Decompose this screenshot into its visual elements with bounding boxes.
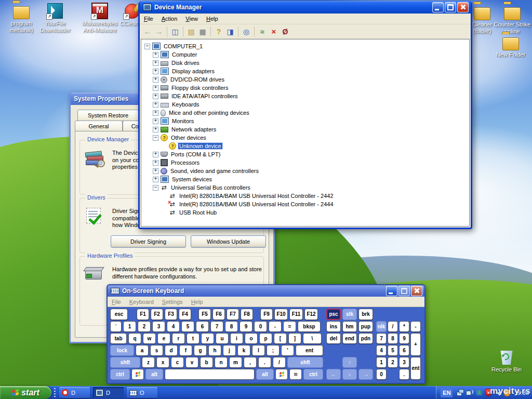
osk-menu-file[interactable]: File [108, 297, 125, 306]
key-w[interactable]: w [143, 333, 156, 344]
tree-item-computer[interactable]: +Computer [141, 50, 469, 59]
tree-item-floppy-disk-controllers[interactable]: +Floppy disk controllers [141, 84, 469, 92]
key-f4[interactable]: F4 [179, 309, 191, 320]
key-num-3[interactable]: 3 [399, 357, 409, 368]
tree-item-mice-and-other-pointing-devices[interactable]: +Mice and other pointing devices [141, 109, 469, 117]
properties-icon[interactable]: ▤ [185, 26, 197, 37]
key-f11[interactable]: F11 [289, 309, 303, 320]
key-g[interactable]: g [194, 345, 207, 356]
key-i[interactable]: i [230, 333, 243, 344]
key-esc[interactable]: esc [110, 309, 128, 320]
key-blank[interactable]: / [273, 357, 286, 368]
key-num-blank[interactable]: - [410, 321, 421, 332]
start-button[interactable]: start [0, 386, 51, 399]
network-icon[interactable] [457, 389, 464, 396]
menu-action[interactable]: Action [157, 14, 182, 23]
key-hm[interactable]: hm [342, 321, 357, 332]
key-u[interactable]: u [216, 333, 229, 344]
r-app-icon[interactable]: R [475, 389, 483, 396]
key-num-5[interactable]: 5 [388, 345, 398, 356]
tree-item-dvd-cd-rom-drives[interactable]: +DVD/CD-ROM drives [141, 75, 469, 84]
driver-signing-button[interactable]: Driver Signing [111, 235, 186, 248]
quick-launch-handle[interactable] [54, 388, 56, 397]
taskbar-button-2[interactable]: D [93, 387, 124, 398]
tree-item-unknown-device[interactable]: ?Unknown device [141, 142, 469, 150]
taskbar-button-3[interactable]: O [127, 387, 157, 398]
key-blank[interactable]: . [258, 357, 271, 368]
key-f3[interactable]: F3 [165, 309, 177, 320]
key-alt[interactable]: alt [256, 369, 274, 380]
tree-item-sound-video-and-game-controllers[interactable]: +Sound, video and game controllers [141, 167, 469, 175]
key-blank[interactable]: ' [281, 345, 294, 356]
key-blank[interactable]: → [358, 369, 373, 380]
disable-icon[interactable]: × [268, 26, 280, 37]
wireless-icon[interactable] [466, 389, 473, 396]
key-q[interactable]: q [128, 333, 141, 344]
expand-icon[interactable]: + [153, 69, 158, 74]
key-num-blank[interactable]: * [399, 321, 409, 332]
key-l[interactable]: l [252, 345, 265, 356]
desktop-icon-yourfile-downloader[interactable]: ↗YourFile Downloader [34, 3, 76, 34]
collapse-icon[interactable]: − [144, 44, 150, 49]
key-s[interactable]: s [150, 345, 163, 356]
expand-icon[interactable]: + [153, 94, 158, 99]
osk-menu-settings[interactable]: Settings [158, 297, 187, 306]
key-blank[interactable]: ↑ [342, 357, 357, 368]
device-manager-titlebar[interactable]: Device Manager [140, 1, 471, 14]
key-blank[interactable]: ] [288, 333, 301, 344]
key-shft[interactable]: shft [110, 357, 140, 368]
tree-item-usb-root-hub[interactable]: ⇄USB Root Hub [141, 208, 469, 217]
key-blank[interactable]: ← [326, 369, 341, 380]
menu-view[interactable]: View [181, 14, 202, 23]
key-blank[interactable]: ; [267, 345, 280, 356]
key-8[interactable]: 8 [225, 321, 238, 332]
expand-icon[interactable]: + [153, 177, 158, 182]
key-pup[interactable]: pup [358, 321, 373, 332]
key-num-ent[interactable]: ent [410, 357, 421, 380]
key-6[interactable]: 6 [196, 321, 209, 332]
key-blank[interactable]: [ [274, 333, 287, 344]
expand-icon[interactable]: + [153, 127, 158, 132]
expand-icon[interactable]: + [153, 160, 158, 166]
key-j[interactable]: j [223, 345, 236, 356]
key-r[interactable]: r [172, 333, 185, 344]
minimize-button[interactable] [432, 2, 444, 12]
tree-item-ports-com-lpt[interactable]: +Ports (COM & LPT) [141, 150, 469, 158]
console-tree-icon[interactable]: ◫ [169, 26, 181, 37]
key-3[interactable]: 3 [152, 321, 165, 332]
key-c[interactable]: c [171, 357, 184, 368]
key-f1[interactable]: F1 [137, 309, 149, 320]
collapse-icon[interactable]: − [153, 135, 158, 141]
key-pdn[interactable]: pdn [358, 333, 373, 344]
print-icon[interactable]: ▦ [197, 26, 208, 37]
key-x[interactable]: x [156, 357, 169, 368]
key-num-blank[interactable]: + [410, 333, 421, 356]
key-9[interactable]: 9 [240, 321, 252, 332]
osk-menu-help[interactable]: Help [187, 297, 207, 306]
key-num-1[interactable]: 1 [376, 357, 387, 368]
key-b[interactable]: b [200, 357, 213, 368]
key-num-0[interactable]: 0 [376, 369, 387, 380]
menu-help[interactable]: Help [202, 14, 222, 23]
key-ins[interactable]: ins [326, 321, 341, 332]
desktop-icon-counter-strike-online[interactable]: Counter Strike online [490, 4, 532, 35]
key-blank[interactable]: ` [110, 321, 122, 332]
tree-item-computer-1[interactable]: −COMPUTER_1 [141, 42, 469, 50]
key-ctrl[interactable]: ctrl [110, 369, 130, 380]
key-psc[interactable]: psc [326, 309, 341, 320]
key-blank[interactable]: \ [303, 333, 322, 344]
key-f12[interactable]: F12 [304, 309, 318, 320]
expand-icon[interactable]: + [153, 52, 158, 58]
key-f10[interactable]: F10 [274, 309, 288, 320]
tab-general[interactable]: General [75, 121, 123, 132]
key-o[interactable]: o [245, 333, 258, 344]
key-y[interactable]: y [201, 333, 214, 344]
uninstall-icon[interactable]: Ø [280, 26, 291, 37]
tree-item-monitors[interactable]: +Monitors [141, 117, 469, 125]
tree-item-keyboards[interactable]: +Keyboards [141, 100, 469, 109]
maximize-button[interactable] [398, 286, 410, 296]
tree-item-universal-serial-bus-controllers[interactable]: −⇄Universal Serial Bus controllers [141, 183, 469, 192]
key-7[interactable]: 7 [210, 321, 223, 332]
expand-icon[interactable]: + [153, 118, 158, 124]
key-slk[interactable]: slk [342, 309, 357, 320]
